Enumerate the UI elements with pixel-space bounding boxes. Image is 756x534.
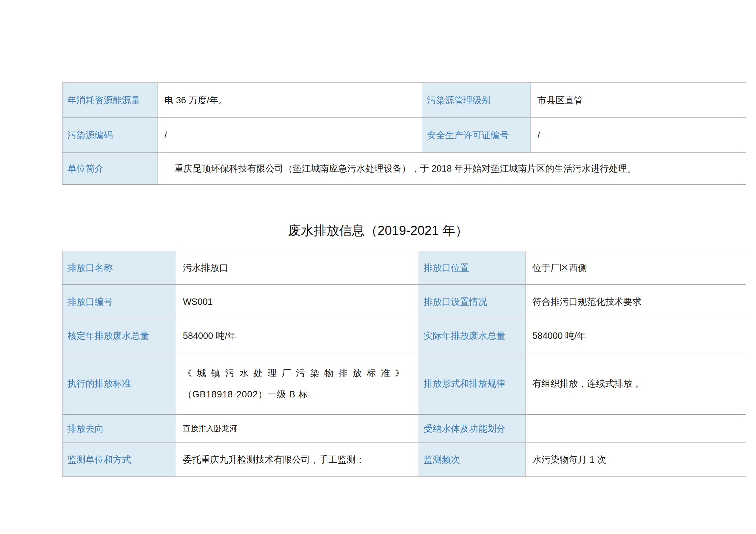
value-annual-energy-consumption: 电 36 万度/年。 <box>158 83 422 118</box>
label-outlet-number: 排放口编号 <box>63 285 176 319</box>
label-approved-annual-wastewater-total: 核定年排放废水总量 <box>63 319 176 353</box>
label-outlet-name: 排放口名称 <box>63 251 176 285</box>
label-discharge-destination: 排放去向 <box>63 415 176 443</box>
document-page: { "colors": { "label_bg": "#dcebf4", "la… <box>0 0 756 534</box>
value-unit-profile: 重庆昆顶环保科技有限公司（垫江城南应急污水处理设备），于 2018 年开始对垫江… <box>158 153 746 184</box>
value-applicable-discharge-standard: 《城镇污水处理厂污染物排放标准》 （GB18918-2002）一级 B 标 <box>176 353 419 415</box>
label-applicable-discharge-standard: 执行的排放标准 <box>63 353 176 415</box>
label-receiving-water-body: 受纳水体及功能划分 <box>419 415 526 443</box>
value-pollution-source-management-level: 市县区直管 <box>531 83 746 118</box>
table-row: 排放去向 直接排入卧龙河 受纳水体及功能划分 <box>63 415 746 443</box>
standard-code-line: （GB18918-2002）一级 B 标 <box>183 388 414 400</box>
value-outlet-number: WS001 <box>176 285 419 319</box>
unit-info-table: 年消耗资源能源量 电 36 万度/年。 污染源管理级别 市县区直管 污染源编码 … <box>62 82 746 185</box>
label-actual-annual-wastewater-total: 实际年排放废水总量 <box>419 319 526 353</box>
value-discharge-form-and-pattern: 有组织排放，连续式排放， <box>526 353 746 415</box>
value-monitoring-unit-and-method: 委托重庆九升检测技术有限公司，手工监测； <box>176 443 419 477</box>
label-safety-production-license-no: 安全生产许可证编号 <box>422 118 531 153</box>
value-outlet-name: 污水排放口 <box>176 251 419 285</box>
label-discharge-form-and-pattern: 排放形式和排放规律 <box>419 353 526 415</box>
value-outlet-location: 位于厂区西侧 <box>526 251 746 285</box>
label-monitoring-unit-and-method: 监测单位和方式 <box>63 443 176 477</box>
value-discharge-destination: 直接排入卧龙河 <box>176 415 419 443</box>
value-pollution-source-code: / <box>158 118 422 153</box>
label-annual-energy-consumption: 年消耗资源能源量 <box>63 83 158 118</box>
value-approved-annual-wastewater-total: 584000 吨/年 <box>176 319 419 353</box>
label-outlet-location: 排放口位置 <box>419 251 526 285</box>
table-row: 监测单位和方式 委托重庆九升检测技术有限公司，手工监测； 监测频次 水污染物每月… <box>63 443 746 477</box>
label-unit-profile: 单位简介 <box>63 153 158 184</box>
standard-title-line: 《城镇污水处理厂污染物排放标准》 <box>183 367 414 379</box>
label-pollution-source-management-level: 污染源管理级别 <box>422 83 531 118</box>
table-row: 核定年排放废水总量 584000 吨/年 实际年排放废水总量 584000 吨/… <box>63 319 746 353</box>
label-outlet-setup-status: 排放口设置情况 <box>419 285 526 319</box>
value-monitoring-frequency: 水污染物每月 1 次 <box>526 443 746 477</box>
table-row: 排放口编号 WS001 排放口设置情况 符合排污口规范化技术要求 <box>63 285 746 319</box>
label-monitoring-frequency: 监测频次 <box>419 443 526 477</box>
value-actual-annual-wastewater-total: 584000 吨/年 <box>526 319 746 353</box>
table-row: 单位简介 重庆昆顶环保科技有限公司（垫江城南应急污水处理设备），于 2018 年… <box>63 153 746 184</box>
value-safety-production-license-no: / <box>531 118 746 153</box>
wastewater-discharge-table: 排放口名称 污水排放口 排放口位置 位于厂区西侧 排放口编号 WS001 排放口… <box>62 251 746 477</box>
table-row: 执行的排放标准 《城镇污水处理厂污染物排放标准》 （GB18918-2002）一… <box>63 353 746 415</box>
value-outlet-setup-status: 符合排污口规范化技术要求 <box>526 285 746 319</box>
table-row: 排放口名称 污水排放口 排放口位置 位于厂区西侧 <box>63 251 746 285</box>
label-pollution-source-code: 污染源编码 <box>63 118 158 153</box>
table-row: 年消耗资源能源量 电 36 万度/年。 污染源管理级别 市县区直管 <box>63 83 746 118</box>
table-row: 污染源编码 / 安全生产许可证编号 / <box>63 118 746 153</box>
value-receiving-water-body <box>526 415 746 443</box>
section-title: 废水排放信息（2019-2021 年） <box>0 222 756 239</box>
